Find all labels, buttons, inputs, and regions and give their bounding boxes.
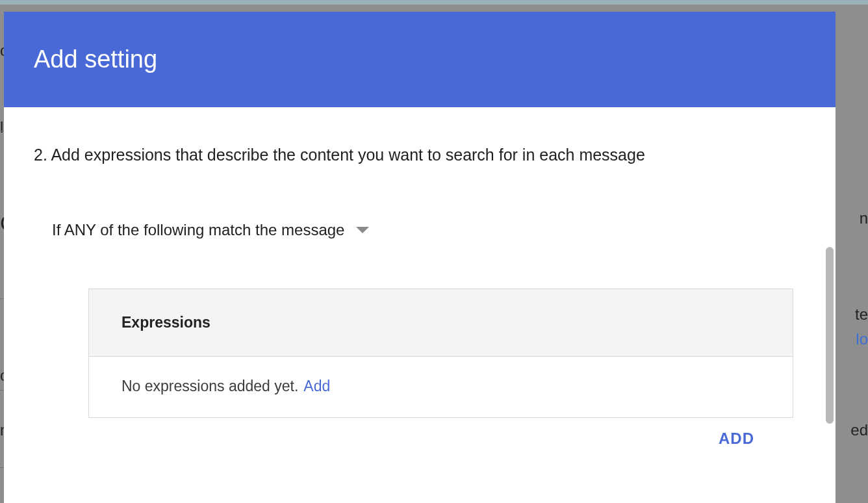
add-button-row: ADD <box>88 430 793 448</box>
expressions-panel-body: No expressions added yet. Add <box>89 357 793 417</box>
bg-text-fragment: ed <box>850 421 868 439</box>
bg-text-fragment: te <box>855 305 868 324</box>
modal-title: Add setting <box>34 45 157 73</box>
modal-body: 2. Add expressions that describe the con… <box>4 107 836 448</box>
chevron-down-icon <box>356 227 369 233</box>
modal-header: Add setting <box>4 12 836 107</box>
bg-text-fragment: lo <box>856 330 868 348</box>
match-condition-dropdown[interactable]: If ANY of the following match the messag… <box>52 221 806 239</box>
bg-text-fragment: n <box>860 209 868 227</box>
backdrop-top-accent <box>0 0 868 5</box>
expressions-empty-text: No expressions added yet. <box>121 378 298 395</box>
step-description: 2. Add expressions that describe the con… <box>34 144 806 166</box>
add-expression-link[interactable]: Add <box>303 378 330 395</box>
expressions-panel-header: Expressions <box>89 289 793 357</box>
expressions-panel: Expressions No expressions added yet. Ad… <box>88 289 793 418</box>
expressions-header-label: Expressions <box>121 314 211 331</box>
dropdown-selected-label: If ANY of the following match the messag… <box>52 221 344 239</box>
add-button[interactable]: ADD <box>719 430 754 448</box>
scrollbar-thumb[interactable] <box>826 247 834 424</box>
add-setting-modal: Add setting 2. Add expressions that desc… <box>4 12 836 503</box>
